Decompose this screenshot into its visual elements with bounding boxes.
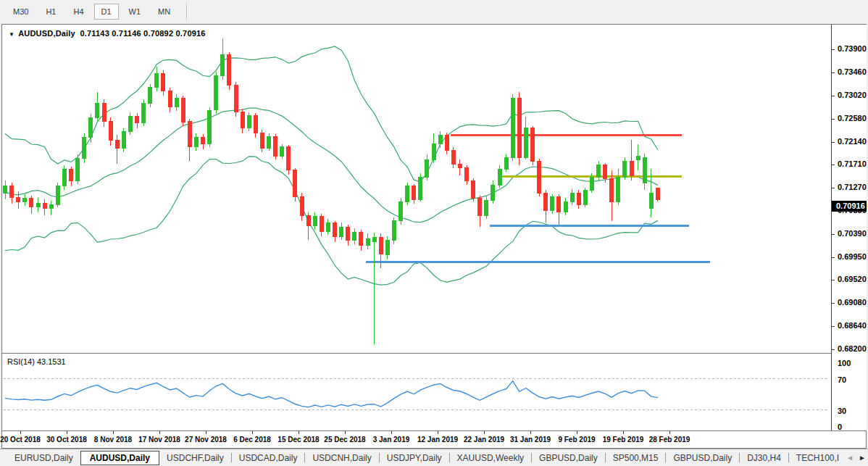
chart-tab-gbpusd-daily[interactable]: GBPUSD,Daily xyxy=(532,451,605,465)
date-axis-label: 27 Nov 2018 xyxy=(185,436,227,444)
candle-body xyxy=(346,227,350,240)
scroll-tabs-right-icon[interactable]: ► xyxy=(859,450,866,466)
price-axis-tick xyxy=(832,165,835,165)
date-axis-label: 20 Oct 2018 xyxy=(0,436,41,444)
pane-splitter[interactable] xyxy=(2,353,866,354)
candle-body xyxy=(465,168,469,180)
price-axis-label: 0.69080 xyxy=(838,298,867,307)
rsi-line[interactable] xyxy=(5,381,658,407)
price-axis-tick xyxy=(832,119,835,120)
candle-body xyxy=(636,157,640,159)
candle-body xyxy=(62,169,66,186)
candle-body xyxy=(531,128,535,162)
candle-body xyxy=(451,151,455,164)
candle-body xyxy=(168,91,172,107)
candle-body xyxy=(445,135,448,151)
date-axis-label: 15 Dec 2018 xyxy=(277,436,319,444)
candle-body xyxy=(425,159,429,177)
rsi-scale-label-70: 70 xyxy=(838,375,846,384)
candle-body xyxy=(498,169,501,185)
candle-body xyxy=(551,196,554,210)
price-axis-tick xyxy=(832,234,835,235)
chart-tab-audusd-daily[interactable]: AUDUSD,Daily xyxy=(80,451,159,465)
candle-body xyxy=(511,98,514,157)
timeframe-button-d1[interactable]: D1 xyxy=(94,4,119,20)
candle-body xyxy=(656,188,659,200)
price-axis-label: 0.68640 xyxy=(838,321,867,330)
candle-body xyxy=(293,170,297,196)
chart-tab-usdjpy-daily[interactable]: USDJPY,Daily xyxy=(380,451,449,465)
candle-body xyxy=(326,222,330,231)
candle-body xyxy=(300,196,304,215)
chart-tab-usdcnh-daily[interactable]: USDCNH,Daily xyxy=(305,451,378,465)
date-axis-tick xyxy=(669,431,670,434)
candle-body xyxy=(10,186,14,198)
candle-body xyxy=(267,136,271,148)
symbol-dropdown-icon[interactable]: ▼ xyxy=(9,31,14,38)
candle-body xyxy=(56,186,59,205)
timeframe-button-h1[interactable]: H1 xyxy=(38,4,63,20)
candle-body xyxy=(135,117,139,123)
price-axis-tick xyxy=(832,257,835,258)
candle-body xyxy=(320,217,323,231)
price-axis[interactable]: 0.739000.734600.730200.725800.721400.717… xyxy=(831,25,867,430)
chart-tab-eurusd-daily[interactable]: EURUSD,Daily xyxy=(7,451,80,465)
price-axis-label: 0.71710 xyxy=(838,159,867,168)
rsi-pane[interactable]: RSI(14) 43.1531 xyxy=(2,354,831,430)
price-axis-tick xyxy=(832,49,835,50)
candle-body xyxy=(517,98,521,157)
candle-body xyxy=(478,198,482,215)
candle-body xyxy=(399,201,403,220)
candle-body xyxy=(241,112,244,128)
scroll-tabs-left-icon[interactable]: ◄ xyxy=(846,450,854,466)
candle-body xyxy=(287,147,291,170)
chart-tab-xauusd-weekly[interactable]: XAUUSD,Weekly xyxy=(450,451,531,465)
chart-tab-gbpusd-daily[interactable]: GBPUSD,Daily xyxy=(666,451,739,465)
chart-title-symbol: AUDUSD,Daily xyxy=(18,29,75,38)
date-axis-tick xyxy=(206,431,206,434)
date-axis-label: 31 Jan 2019 xyxy=(510,436,551,444)
candle-body xyxy=(458,164,462,168)
candle-body xyxy=(70,169,73,180)
candle-body xyxy=(412,186,416,200)
timeframe-button-mn[interactable]: MN xyxy=(151,4,178,20)
price-axis-tick xyxy=(832,349,835,350)
candle-body xyxy=(590,177,593,190)
candle-body xyxy=(142,104,146,123)
date-axis-tick xyxy=(530,431,531,434)
price-axis-label: 0.69520 xyxy=(838,275,867,283)
candle-body xyxy=(432,144,435,160)
candle-body xyxy=(109,122,112,140)
candle-body xyxy=(49,205,53,209)
price-pane[interactable]: ▼AUDUSD,Daily 0.71143 0.71146 0.70892 0.… xyxy=(2,25,831,353)
chart-tab-tech100-i[interactable]: TECH100,I xyxy=(789,451,846,465)
price-axis-label: 0.69950 xyxy=(838,252,867,261)
price-axis-tick xyxy=(832,142,835,143)
chart-title: ▼AUDUSD,Daily 0.71143 0.71146 0.70892 0.… xyxy=(9,29,206,38)
chart-tab-sp500-m15[interactable]: SP500,M15 xyxy=(606,451,666,465)
candle-body xyxy=(359,233,363,246)
timeframe-button-m30[interactable]: M30 xyxy=(6,4,36,20)
candle-body xyxy=(544,193,548,210)
date-axis-label: 22 Jan 2019 xyxy=(464,436,504,444)
timeframe-button-h4[interactable]: H4 xyxy=(66,4,91,20)
candle-body xyxy=(630,161,633,175)
candle-body xyxy=(385,240,389,254)
candle-body xyxy=(17,198,20,202)
candle-body xyxy=(122,131,125,148)
candle-body xyxy=(617,177,620,201)
candle-body xyxy=(221,54,225,75)
candle-body xyxy=(406,186,409,202)
chart-tab-usdcad-daily[interactable]: USDCAD,Daily xyxy=(232,451,305,465)
candle-body xyxy=(333,222,337,236)
candle-body xyxy=(274,136,277,156)
date-axis[interactable]: 20 Oct 201830 Oct 20188 Nov 201817 Nov 2… xyxy=(2,430,866,448)
candle-body xyxy=(83,138,86,159)
date-axis-tick xyxy=(438,431,438,434)
chart-tab-dj30-h4[interactable]: DJ30,H4 xyxy=(740,451,788,465)
timeframe-button-w1[interactable]: W1 xyxy=(122,4,149,20)
date-axis-label: 6 Dec 2018 xyxy=(233,436,271,444)
candle-body xyxy=(181,98,185,122)
timeframe-toolbar: M30H1H4D1W1MN xyxy=(0,0,868,23)
chart-tab-usdchf-daily[interactable]: USDCHF,Daily xyxy=(159,451,231,465)
